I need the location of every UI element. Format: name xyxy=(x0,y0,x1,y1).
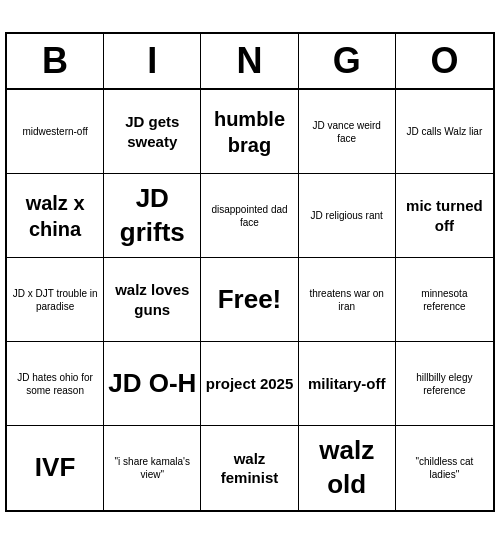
cell-text: JD hates ohio for some reason xyxy=(11,371,99,397)
bingo-cell[interactable]: JD O-H xyxy=(104,342,201,426)
cell-text: humble brag xyxy=(205,106,293,158)
bingo-cell[interactable]: walz old xyxy=(299,426,396,510)
bingo-cell[interactable]: humble brag xyxy=(201,90,298,174)
bingo-cell[interactable]: disappointed dad face xyxy=(201,174,298,258)
cell-text: disappointed dad face xyxy=(205,203,293,229)
bingo-cell[interactable]: project 2025 xyxy=(201,342,298,426)
bingo-cell[interactable]: walz loves guns xyxy=(104,258,201,342)
bingo-cell[interactable]: walz x china xyxy=(7,174,104,258)
bingo-card: BINGO midwestern-offJD gets sweatyhumble… xyxy=(5,32,495,512)
cell-text: JD gets sweaty xyxy=(108,112,196,151)
cell-text: project 2025 xyxy=(206,374,294,394)
bingo-cell[interactable]: IVF xyxy=(7,426,104,510)
cell-text: military-off xyxy=(308,374,386,394)
bingo-cell[interactable]: JD x DJT trouble in paradise xyxy=(7,258,104,342)
bingo-cell[interactable]: mic turned off xyxy=(396,174,493,258)
bingo-cell[interactable]: hillbilly elegy reference xyxy=(396,342,493,426)
bingo-cell[interactable]: JD grifts xyxy=(104,174,201,258)
header-letter: B xyxy=(7,34,104,88)
bingo-header: BINGO xyxy=(7,34,493,90)
header-letter: G xyxy=(299,34,396,88)
cell-text: walz old xyxy=(303,434,391,502)
header-letter: N xyxy=(201,34,298,88)
cell-text: JD O-H xyxy=(108,367,196,401)
cell-text: JD x DJT trouble in paradise xyxy=(11,287,99,313)
bingo-cell[interactable]: JD calls Walz liar xyxy=(396,90,493,174)
cell-text: threatens war on iran xyxy=(303,287,391,313)
cell-text: IVF xyxy=(35,451,75,485)
bingo-cell[interactable]: midwestern-off xyxy=(7,90,104,174)
bingo-cell[interactable]: "childless cat ladies" xyxy=(396,426,493,510)
cell-text: mic turned off xyxy=(400,196,489,235)
cell-text: "i share kamala's view" xyxy=(108,455,196,481)
cell-text: minnesota reference xyxy=(400,287,489,313)
cell-text: walz feminist xyxy=(205,449,293,488)
cell-text: Free! xyxy=(218,283,282,317)
cell-text: midwestern-off xyxy=(22,125,87,138)
cell-text: JD vance weird face xyxy=(303,119,391,145)
bingo-cell[interactable]: JD gets sweaty xyxy=(104,90,201,174)
bingo-cell[interactable]: Free! xyxy=(201,258,298,342)
bingo-cell[interactable]: JD religious rant xyxy=(299,174,396,258)
bingo-cell[interactable]: JD vance weird face xyxy=(299,90,396,174)
bingo-cell[interactable]: threatens war on iran xyxy=(299,258,396,342)
cell-text: walz x china xyxy=(11,190,99,242)
cell-text: hillbilly elegy reference xyxy=(400,371,489,397)
header-letter: O xyxy=(396,34,493,88)
cell-text: JD religious rant xyxy=(311,209,383,222)
header-letter: I xyxy=(104,34,201,88)
cell-text: walz loves guns xyxy=(108,280,196,319)
cell-text: JD grifts xyxy=(108,182,196,250)
bingo-cell[interactable]: JD hates ohio for some reason xyxy=(7,342,104,426)
bingo-cell[interactable]: minnesota reference xyxy=(396,258,493,342)
bingo-grid: midwestern-offJD gets sweatyhumble bragJ… xyxy=(7,90,493,510)
cell-text: "childless cat ladies" xyxy=(400,455,489,481)
bingo-cell[interactable]: walz feminist xyxy=(201,426,298,510)
bingo-cell[interactable]: "i share kamala's view" xyxy=(104,426,201,510)
cell-text: JD calls Walz liar xyxy=(407,125,483,138)
bingo-cell[interactable]: military-off xyxy=(299,342,396,426)
